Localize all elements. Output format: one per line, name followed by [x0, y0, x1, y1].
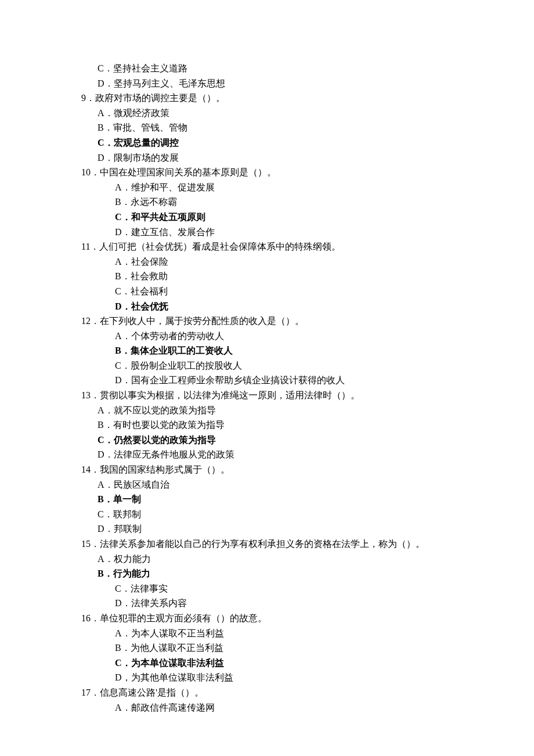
option-text: C．坚持社会主义道路 — [81, 61, 488, 76]
question-text: 10．中国在处理国家间关系的基本原则是（）。 — [81, 165, 488, 180]
option-text: C．股份制企业职工的按股收人 — [81, 358, 488, 373]
option-text: A．社会保险 — [81, 254, 488, 269]
option-text: A．维护和平、促进发展 — [81, 180, 488, 195]
option-text: A．个体劳动者的劳动收人 — [81, 329, 488, 344]
option-text: B．社会救助 — [81, 269, 488, 284]
option-text-answer: C．和平共处五项原则 — [81, 210, 488, 225]
option-text: A．为本人谋取不正当利益 — [81, 626, 488, 641]
option-text: A．就不应以党的政策为指导 — [81, 403, 488, 418]
option-text-answer: B．单一制 — [81, 492, 488, 507]
option-text: B．有时也要以党的政策为指导 — [81, 417, 488, 433]
option-text-answer: C．宏观总量的调控 — [81, 135, 488, 150]
question-text: 9．政府对市场的调控主要是（）。 — [81, 91, 488, 106]
option-text-answer: D．社会优抚 — [81, 299, 488, 314]
option-text: A．微观经济政策 — [81, 106, 488, 121]
option-text: D．国有企业工程师业余帮助乡镇企业搞设计获得的收人 — [81, 373, 488, 388]
question-text: 16．单位犯罪的主观方面必须有（）的故意。 — [81, 611, 488, 626]
option-text-answer: B．行为能力 — [81, 566, 488, 581]
option-text: A．民族区域自治 — [81, 477, 488, 492]
option-text-answer: B．集体企业职工的工资收人 — [81, 343, 488, 358]
option-text: D．限制市场的发展 — [81, 150, 488, 165]
question-text: 12．在下列收人中，属于按劳分配性质的收入是（）。 — [81, 314, 488, 329]
option-text: D．法律关系内容 — [81, 596, 488, 611]
option-text: D．法律应无条件地服从党的政策 — [81, 447, 488, 462]
question-text: 11．人们可把（社会优抚）看成是社会保障体系中的特殊纲领。 — [81, 239, 488, 254]
question-text: 14．我国的国家结构形式属于（）。 — [81, 462, 488, 477]
option-text: A．邮政信件高速传递网 — [81, 700, 488, 715]
option-text: A．权力能力 — [81, 552, 488, 567]
question-text: 17．信息高速公路'是指（）。 — [81, 685, 488, 700]
option-text: B．永远不称霸 — [81, 195, 488, 210]
option-text: D．坚持马列主义、毛泽东思想 — [81, 76, 488, 91]
option-text: C．社会福利 — [81, 284, 488, 299]
option-text: D．建立互信、发展合作 — [81, 225, 488, 240]
option-text: B．为他人谋取不正当利益 — [81, 640, 488, 656]
question-text: 13．贯彻以事实为根据，以法律为准绳这一原则，适用法律时（）。 — [81, 388, 488, 403]
option-text: C．联邦制 — [81, 507, 488, 522]
option-text-answer: C．为本单位谋取非法利益 — [81, 656, 488, 671]
question-text: 15．法律关系参加者能以自己的行为享有权利承担义务的资格在法学上，称为（）。 — [81, 537, 488, 552]
document-body: C．坚持社会主义道路 D．坚持马列主义、毛泽东思想 9．政府对市场的调控主要是（… — [81, 61, 488, 715]
option-text: C．法律事实 — [81, 581, 488, 596]
option-text: B．审批、管钱、管物 — [81, 120, 488, 135]
option-text: D．邦联制 — [81, 521, 488, 537]
option-text-answer: C．仍然要以党的政策为指导 — [81, 433, 488, 448]
option-text: D，为其他单位谋取非法利益 — [81, 670, 488, 685]
